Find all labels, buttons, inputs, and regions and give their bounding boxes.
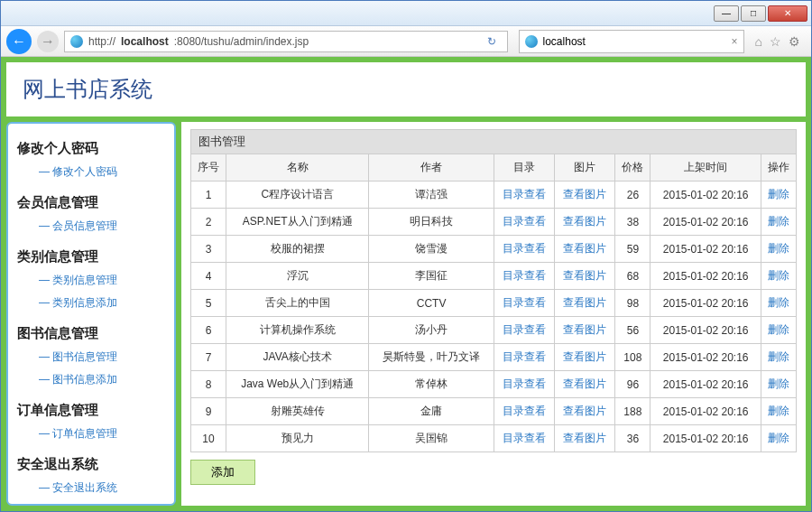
cell-no: 6 bbox=[191, 317, 226, 344]
image-link[interactable]: 查看图片 bbox=[555, 182, 615, 209]
cell-name: 校服的裙摆 bbox=[226, 236, 368, 263]
cell-time: 2015-01-02 20:16 bbox=[651, 290, 761, 317]
tab-close-icon[interactable]: × bbox=[732, 35, 738, 48]
cell-no: 8 bbox=[191, 371, 226, 398]
browser-tab[interactable]: localhost × bbox=[519, 30, 744, 53]
sidebar-sub-item[interactable]: 订单信息管理 bbox=[17, 423, 165, 445]
cell-no: 2 bbox=[191, 209, 226, 236]
sidebar-group-title[interactable]: 订单信息管理 bbox=[17, 398, 165, 423]
cell-time: 2015-01-02 20:16 bbox=[651, 344, 761, 371]
sidebar-group-title[interactable]: 类别信息管理 bbox=[17, 245, 165, 269]
image-link[interactable]: 查看图片 bbox=[555, 290, 615, 317]
cell-author: 汤小丹 bbox=[369, 317, 494, 344]
sidebar-group-title[interactable]: 安全退出系统 bbox=[17, 452, 165, 477]
delete-link[interactable]: 删除 bbox=[761, 425, 796, 452]
delete-link[interactable]: 删除 bbox=[761, 209, 796, 236]
image-link[interactable]: 查看图片 bbox=[555, 236, 615, 263]
cell-price: 38 bbox=[615, 209, 651, 236]
table-row: 4浮沉李国征目录查看查看图片682015-01-02 20:16删除 bbox=[191, 263, 797, 290]
cell-price: 96 bbox=[615, 371, 651, 398]
cell-time: 2015-01-02 20:16 bbox=[651, 371, 761, 398]
sidebar-sub-item[interactable]: 会员信息管理 bbox=[17, 215, 165, 237]
cell-author: 李国征 bbox=[369, 263, 494, 290]
sidebar-group-title[interactable]: 会员信息管理 bbox=[17, 191, 165, 215]
refresh-icon[interactable]: ↻ bbox=[482, 35, 502, 48]
catalog-link[interactable]: 目录查看 bbox=[494, 425, 554, 452]
image-link[interactable]: 查看图片 bbox=[555, 398, 615, 425]
catalog-link[interactable]: 目录查看 bbox=[494, 344, 554, 371]
cell-time: 2015-01-02 20:16 bbox=[651, 209, 761, 236]
ie-icon bbox=[70, 35, 83, 48]
catalog-link[interactable]: 目录查看 bbox=[494, 317, 554, 344]
catalog-link[interactable]: 目录查看 bbox=[494, 290, 554, 317]
window-titlebar: — □ ✕ bbox=[1, 1, 811, 26]
cell-time: 2015-01-02 20:16 bbox=[651, 236, 761, 263]
address-bar[interactable]: http://localhost:8080/tushu/admin/index.… bbox=[64, 31, 508, 52]
sidebar-group-title[interactable]: 修改个人密码 bbox=[17, 136, 165, 161]
image-link[interactable]: 查看图片 bbox=[555, 344, 615, 371]
cell-no: 10 bbox=[191, 425, 226, 452]
catalog-link[interactable]: 目录查看 bbox=[494, 182, 554, 209]
catalog-link[interactable]: 目录查看 bbox=[494, 236, 554, 263]
delete-link[interactable]: 删除 bbox=[761, 263, 796, 290]
delete-link[interactable]: 删除 bbox=[761, 398, 796, 425]
cell-author: 常倬林 bbox=[369, 371, 494, 398]
delete-link[interactable]: 删除 bbox=[761, 290, 796, 317]
sidebar-group-title[interactable]: 图书信息管理 bbox=[17, 321, 165, 346]
table-row: 1C程序设计语言谭洁强目录查看查看图片262015-01-02 20:16删除 bbox=[191, 182, 797, 209]
cell-name: 舌尖上的中国 bbox=[226, 290, 368, 317]
forward-button[interactable]: → bbox=[37, 31, 59, 52]
delete-link[interactable]: 删除 bbox=[761, 236, 796, 263]
column-header: 上架时间 bbox=[651, 154, 761, 182]
settings-icon[interactable]: ⚙ bbox=[789, 34, 800, 49]
cell-price: 188 bbox=[615, 398, 651, 425]
sidebar-sub-item[interactable]: 类别信息添加 bbox=[17, 292, 165, 314]
url-prefix: http:// bbox=[88, 35, 115, 48]
toolbar-icons: ⌂ ☆ ⚙ bbox=[750, 34, 806, 49]
image-link[interactable]: 查看图片 bbox=[555, 209, 615, 236]
cell-name: JAVA核心技术 bbox=[226, 344, 368, 371]
catalog-link[interactable]: 目录查看 bbox=[494, 263, 554, 290]
sidebar-sub-item[interactable]: 类别信息管理 bbox=[17, 269, 165, 292]
table-row: 5舌尖上的中国CCTV目录查看查看图片982015-01-02 20:16删除 bbox=[191, 290, 797, 317]
column-header: 目录 bbox=[494, 154, 554, 182]
cell-author: 昊斯特曼，叶乃文译 bbox=[369, 344, 494, 371]
delete-link[interactable]: 删除 bbox=[761, 344, 796, 371]
delete-link[interactable]: 删除 bbox=[761, 317, 796, 344]
catalog-link[interactable]: 目录查看 bbox=[494, 209, 554, 236]
cell-no: 4 bbox=[191, 263, 226, 290]
image-link[interactable]: 查看图片 bbox=[555, 263, 615, 290]
minimize-button[interactable]: — bbox=[714, 5, 739, 22]
sidebar-sub-item[interactable]: 安全退出系统 bbox=[17, 477, 165, 499]
cell-time: 2015-01-02 20:16 bbox=[651, 263, 761, 290]
sidebar-sub-item[interactable]: 图书信息管理 bbox=[17, 346, 165, 368]
favorites-icon[interactable]: ☆ bbox=[770, 34, 781, 49]
catalog-link[interactable]: 目录查看 bbox=[494, 371, 554, 398]
cell-time: 2015-01-02 20:16 bbox=[651, 398, 761, 425]
cell-name: 射雕英雄传 bbox=[226, 398, 368, 425]
add-button[interactable]: 添加 bbox=[190, 460, 255, 485]
table-row: 10预见力吴国锦目录查看查看图片362015-01-02 20:16删除 bbox=[191, 425, 797, 452]
back-button[interactable]: ← bbox=[6, 29, 32, 54]
sidebar-sub-item[interactable]: 图书信息添加 bbox=[17, 368, 165, 391]
column-header: 操作 bbox=[761, 154, 796, 182]
image-link[interactable]: 查看图片 bbox=[555, 371, 615, 398]
catalog-link[interactable]: 目录查看 bbox=[494, 398, 554, 425]
sidebar-sub-item[interactable]: 修改个人密码 bbox=[17, 161, 165, 183]
table-row: 6计算机操作系统汤小丹目录查看查看图片562015-01-02 20:16删除 bbox=[191, 317, 797, 344]
sidebar: 修改个人密码修改个人密码会员信息管理会员信息管理类别信息管理类别信息管理类别信息… bbox=[6, 122, 176, 506]
table-row: 7JAVA核心技术昊斯特曼，叶乃文译目录查看查看图片1082015-01-02 … bbox=[191, 344, 797, 371]
image-link[interactable]: 查看图片 bbox=[555, 425, 615, 452]
cell-name: 预见力 bbox=[226, 425, 368, 452]
maximize-button[interactable]: □ bbox=[741, 5, 766, 22]
image-link[interactable]: 查看图片 bbox=[555, 317, 615, 344]
cell-time: 2015-01-02 20:16 bbox=[651, 317, 761, 344]
cell-no: 7 bbox=[191, 344, 226, 371]
delete-link[interactable]: 删除 bbox=[761, 371, 796, 398]
cell-author: 金庸 bbox=[369, 398, 494, 425]
close-button[interactable]: ✕ bbox=[768, 5, 807, 22]
delete-link[interactable]: 删除 bbox=[761, 182, 796, 209]
cell-author: CCTV bbox=[369, 290, 494, 317]
browser-window: — □ ✕ ← → http://localhost:8080/tushu/ad… bbox=[0, 0, 812, 512]
home-icon[interactable]: ⌂ bbox=[755, 34, 762, 49]
